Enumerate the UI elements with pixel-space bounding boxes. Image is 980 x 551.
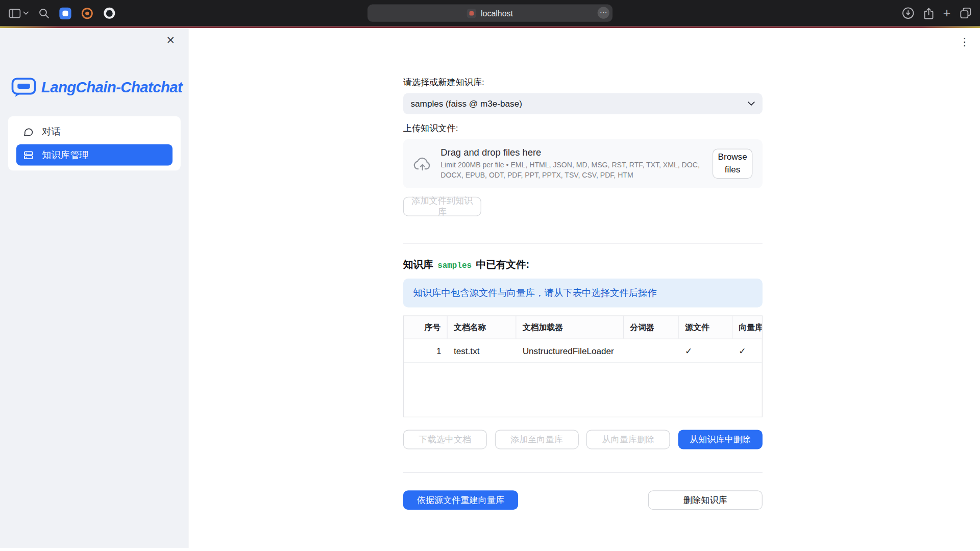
kb-files-table[interactable]: 序号 文档名称 文档加载器 分词器 源文件 向量库 1 test.txt Uns… xyxy=(403,315,763,417)
cell-loader: UnstructuredFileLoader xyxy=(516,339,624,362)
download-icon xyxy=(902,7,914,19)
kb-action-buttons: 依据源文件重建向量库 删除知识库 xyxy=(403,490,763,510)
sidebar-nav: 对话 知识库管理 xyxy=(8,116,181,171)
section-divider xyxy=(403,472,763,473)
heading-prefix: 知识库 xyxy=(403,259,433,272)
kb-select-label: 请选择或新建知识库: xyxy=(403,76,763,88)
github-icon xyxy=(103,7,115,19)
col-header-splitter: 分词器 xyxy=(624,316,679,339)
browse-files-button[interactable]: Browse files xyxy=(713,148,752,179)
app-menu-button[interactable]: ⋮ xyxy=(960,37,970,47)
address-bar-url: localhost xyxy=(481,9,513,18)
rebuild-vector-store-button[interactable]: 依据源文件重建向量库 xyxy=(403,490,518,510)
new-tab-button[interactable]: + xyxy=(943,8,950,19)
sidebar-toggle-button[interactable] xyxy=(9,9,29,18)
add-to-vector-store-button[interactable]: 添加至向量库 xyxy=(495,430,578,449)
extension-orange-button[interactable] xyxy=(81,7,93,19)
kb-files-heading: 知识库 samples 中已有文件: xyxy=(403,259,763,273)
kb-select-value: samples (faiss @ m3e-base) xyxy=(410,98,522,109)
downloads-button[interactable] xyxy=(902,7,914,19)
chat-bubble-logo-icon xyxy=(11,77,36,98)
tabs-icon xyxy=(960,8,971,19)
kb-name-code: samples xyxy=(437,261,472,270)
chevron-down-icon xyxy=(747,101,755,106)
col-header-loader: 文档加载器 xyxy=(516,316,624,339)
table-header-row: 序号 文档名称 文档加载器 分词器 源文件 向量库 xyxy=(404,316,762,339)
file-dropzone[interactable]: Drag and drop files here Limit 200MB per… xyxy=(403,139,763,188)
browser-toolbar: localhost ⋯ + xyxy=(0,0,980,26)
app-logo-text: LangChain-Chatchat xyxy=(41,79,182,96)
col-header-vector-store: 向量库 xyxy=(732,316,762,339)
cell-index: 1 xyxy=(404,339,448,362)
share-icon xyxy=(923,7,934,19)
knowledge-base-icon xyxy=(23,149,34,160)
app-body: ✕ LangChain-Chatchat 对话 知识库管理 xyxy=(0,28,980,548)
col-header-source-file: 源文件 xyxy=(679,316,732,339)
dropzone-title: Drag and drop files here xyxy=(440,147,704,158)
heading-suffix: 中已有文件: xyxy=(476,259,529,272)
site-favicon xyxy=(467,9,476,18)
col-header-index: 序号 xyxy=(404,316,448,339)
chat-icon xyxy=(23,127,34,137)
cell-vector-check: ✓ xyxy=(732,339,762,362)
extension-github-button[interactable] xyxy=(103,7,115,19)
share-button[interactable] xyxy=(923,7,934,19)
panel-icon xyxy=(9,9,20,18)
extension-blue-button[interactable] xyxy=(59,7,71,19)
orange-ring-icon xyxy=(81,7,93,19)
cell-source-check: ✓ xyxy=(679,339,732,362)
table-empty-space xyxy=(404,363,762,416)
content-column: 请选择或新建知识库: samples (faiss @ m3e-base) 上传… xyxy=(403,28,763,510)
sidebar-item-kb-management[interactable]: 知识库管理 xyxy=(16,144,173,166)
main-area: ⋮ 请选择或新建知识库: samples (faiss @ m3e-base) … xyxy=(189,28,980,548)
tab-overview-button[interactable] xyxy=(960,8,971,19)
col-header-doc-name: 文档名称 xyxy=(448,316,517,339)
delete-from-vector-store-button[interactable]: 从向量库删除 xyxy=(586,430,670,449)
sidebar-item-dialogue[interactable]: 对话 xyxy=(16,121,173,143)
search-button[interactable] xyxy=(39,8,50,18)
download-selected-button[interactable]: 下载选中文档 xyxy=(403,430,487,449)
sidebar-item-label: 知识库管理 xyxy=(42,149,89,161)
cell-splitter xyxy=(624,339,679,362)
kb-select[interactable]: samples (faiss @ m3e-base) xyxy=(403,93,763,114)
file-action-buttons: 下载选中文档 添加至向量库 从向量库删除 从知识库中删除 xyxy=(403,430,763,449)
toolbar-left-group xyxy=(9,7,115,19)
sidebar-item-label: 对话 xyxy=(42,126,61,138)
section-divider xyxy=(403,243,763,243)
add-files-to-kb-button[interactable]: 添加文件到知识库 xyxy=(403,197,481,216)
delete-from-kb-button[interactable]: 从知识库中删除 xyxy=(678,430,763,449)
toolbar-right-group: + xyxy=(902,7,971,19)
blue-extension-icon xyxy=(59,7,71,19)
cell-doc-name: test.txt xyxy=(448,339,517,362)
browser-window: localhost ⋯ + ✕ xyxy=(0,0,980,551)
sidebar-close-button[interactable]: ✕ xyxy=(162,34,179,46)
dropzone-limit-text: Limit 200MB per file • EML, HTML, JSON, … xyxy=(440,161,704,180)
delete-kb-action-button[interactable]: 删除知识库 xyxy=(648,490,763,510)
address-bar[interactable]: localhost ⋯ xyxy=(368,5,612,22)
dropzone-texts: Drag and drop files here Limit 200MB per… xyxy=(440,147,704,180)
upload-section-label: 上传知识文件: xyxy=(403,122,763,134)
cloud-upload-icon xyxy=(413,156,432,171)
chevron-down-icon xyxy=(23,11,29,15)
sidebar: ✕ LangChain-Chatchat 对话 知识库管理 xyxy=(0,28,189,548)
table-row[interactable]: 1 test.txt UnstructuredFileLoader ✓ ✓ xyxy=(404,339,762,363)
info-banner: 知识库中包含源文件与向量库，请从下表中选择文件后操作 xyxy=(403,279,763,307)
extensions-menu-button[interactable]: ⋯ xyxy=(598,7,609,18)
search-icon xyxy=(39,8,50,18)
app-logo: LangChain-Chatchat xyxy=(11,77,182,98)
